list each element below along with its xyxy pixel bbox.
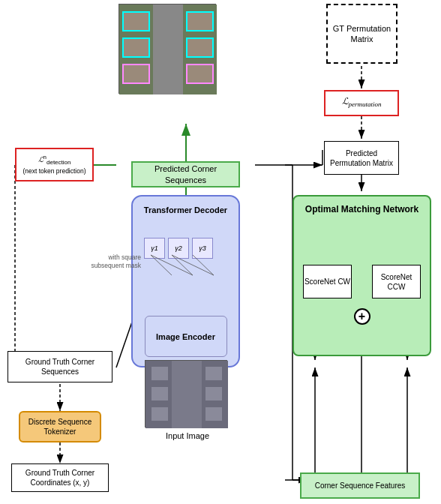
scorenet-cw-box: ScoreNet CW: [303, 265, 352, 298]
aerial-image-top: [118, 4, 216, 94]
svg-rect-55: [206, 407, 222, 421]
gt-coords-label: Ground Truth CornerCoordinates (x, y): [26, 468, 94, 488]
predicted-permutation-matrix-box: Predicted Permutation Matrix: [324, 141, 399, 175]
image-encoder-label: Image Encoder: [156, 332, 215, 341]
ground-truth-coords-box: Ground Truth CornerCoordinates (x, y): [11, 464, 109, 492]
predicted-corner-seq-label: Predicted Corner Sequences: [133, 164, 238, 185]
optimal-matching-label: Optimal Matching Network: [305, 204, 418, 214]
svg-rect-50: [152, 367, 168, 380]
discrete-tokenizer-box: Discrete Sequence Tokenizer: [19, 411, 101, 442]
loss-permutation-label: ℒpermutation: [342, 96, 382, 110]
svg-rect-49: [172, 361, 202, 428]
optimal-matching-network-box: Optimal Matching Network ScoreNet CW Sco…: [292, 195, 431, 356]
loss-detection-label: ℒndetection (next token prediction): [22, 154, 86, 176]
gt-permutation-matrix-box: GT Permutation Matrix: [326, 4, 398, 64]
svg-rect-33: [123, 64, 149, 83]
svg-line-46: [151, 255, 193, 275]
svg-rect-52: [152, 407, 168, 421]
ground-truth-corner-sequences-box: Ground Truth Corner Sequences: [8, 351, 112, 382]
svg-line-47: [172, 255, 214, 275]
loss-detection-box: ℒndetection (next token prediction): [15, 148, 94, 182]
svg-rect-35: [187, 38, 213, 57]
svg-line-45: [193, 255, 214, 275]
mask-annotation: with square subsequent mask: [81, 254, 141, 270]
plus-circle: +: [354, 308, 370, 325]
loss-permutation-box: ℒpermutation: [324, 90, 399, 116]
scorenet-ccw-box: ScoreNet CCW: [372, 265, 421, 298]
svg-rect-32: [123, 38, 149, 57]
svg-rect-51: [152, 387, 168, 400]
corner-sequence-features-box: Corner Sequence Features: [300, 472, 420, 499]
svg-line-43: [151, 255, 172, 275]
transformer-decoder-label: Transformer Decoder: [144, 206, 227, 214]
svg-rect-31: [123, 12, 149, 31]
svg-rect-53: [206, 367, 222, 380]
svg-rect-34: [187, 12, 213, 31]
predicted-corner-sequences-box: Predicted Corner Sequences: [131, 161, 240, 188]
svg-rect-30: [153, 4, 183, 94]
svg-rect-54: [206, 387, 222, 400]
architecture-diagram: Predicted Corner Sequences ℒndetection (…: [0, 0, 441, 504]
input-image-label: Input Image: [158, 431, 218, 440]
input-image: [145, 360, 227, 428]
svg-rect-36: [187, 64, 213, 83]
blue-container: Transformer Decoder γ1 γ2 γ3 Image Encod…: [131, 195, 240, 368]
svg-line-44: [172, 255, 193, 275]
